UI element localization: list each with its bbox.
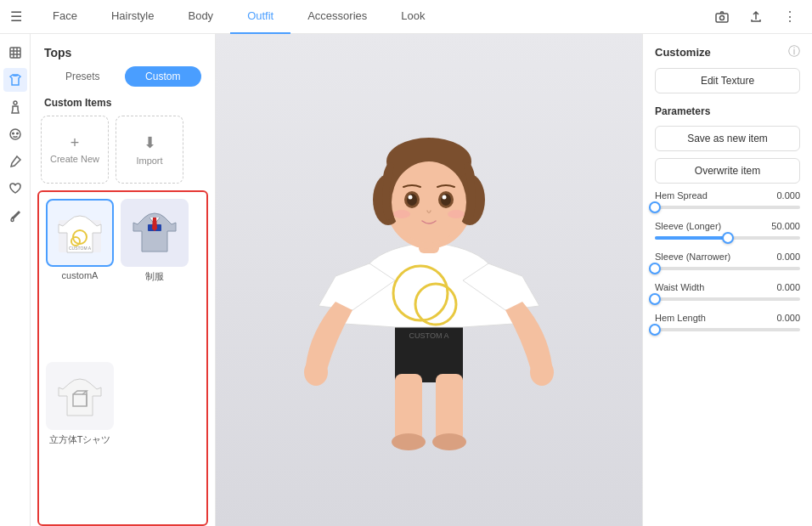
param-sleeve-narrower: Sleeve (Narrower) 0.000 — [655, 252, 800, 270]
tab-outfit[interactable]: Outfit — [230, 0, 290, 34]
param-hem-spread: Hem Spread 0.000 — [655, 190, 800, 209]
svg-text:CUSTOM A: CUSTOM A — [69, 246, 92, 251]
svg-point-39 — [304, 359, 328, 386]
svg-point-33 — [409, 195, 413, 199]
param-hem-spread-name: Hem Spread — [655, 190, 708, 201]
param-sleeve-longer: Sleeve (Longer) 50.000 — [655, 221, 800, 240]
param-waist-width-header: Waist Width 0.000 — [655, 282, 800, 292]
item-thumbnail-seifuku[interactable] — [121, 199, 189, 267]
tab-accessories[interactable]: Accessories — [290, 0, 384, 34]
toggle-row: Presets Custom — [31, 66, 215, 97]
parameters-label: Parameters — [655, 105, 800, 117]
param-hem-length-header: Hem Length 0.000 — [655, 313, 800, 323]
presets-toggle[interactable]: Presets — [44, 66, 121, 87]
item-thumbnail-cube-tshirt[interactable] — [46, 362, 114, 430]
character-svg: CUSTOM A — [285, 59, 573, 501]
item-cube-tshirt[interactable]: 立方体Tシャツ — [46, 362, 114, 518]
item-label-cube-tshirt: 立方体Tシャツ — [49, 433, 111, 446]
svg-point-42 — [432, 433, 466, 450]
item-customA[interactable]: CUSTOM A customA — [46, 199, 114, 355]
tab-look[interactable]: Look — [384, 0, 442, 34]
param-sleeve-longer-fill — [655, 236, 728, 240]
param-hem-spread-track[interactable] — [655, 206, 800, 209]
item-label-customA: customA — [62, 270, 99, 280]
param-hem-length-thumb[interactable] — [649, 324, 661, 336]
icon-bar-heart[interactable] — [3, 177, 27, 201]
left-panel: Tops Presets Custom Custom Items + Creat… — [31, 34, 216, 526]
character-area: CUSTOM A — [259, 42, 599, 518]
section-label: Custom Items — [31, 97, 215, 116]
icon-bar-brush[interactable] — [3, 150, 27, 173]
param-waist-width-name: Waist Width — [655, 282, 704, 292]
param-hem-spread-header: Hem Spread 0.000 — [655, 190, 800, 201]
create-import-row: + Create New ⬇ Import — [31, 116, 215, 190]
param-hem-spread-thumb[interactable] — [649, 201, 661, 213]
import-label: Import — [136, 156, 162, 166]
import-icon: ⬇ — [144, 133, 156, 152]
svg-point-40 — [530, 359, 554, 386]
svg-text:CUSTOM A: CUSTOM A — [409, 331, 449, 340]
custom-toggle[interactable]: Custom — [125, 66, 202, 87]
icon-bar-layers[interactable] — [3, 41, 27, 65]
param-sleeve-narrower-thumb[interactable] — [649, 263, 661, 274]
svg-point-37 — [393, 210, 410, 218]
overwrite-item-button[interactable]: Overwrite item — [655, 158, 800, 184]
param-sleeve-longer-name: Sleeve (Longer) — [655, 221, 721, 231]
svg-rect-0 — [716, 14, 728, 22]
main-layout: Tops Presets Custom Custom Items + Creat… — [0, 34, 812, 526]
svg-point-30 — [392, 161, 466, 243]
svg-rect-19 — [395, 374, 422, 442]
param-waist-width-value: 0.000 — [776, 282, 800, 292]
panel-title: Tops — [31, 34, 215, 66]
share-icon[interactable] — [744, 5, 768, 29]
param-hem-length: Hem Length 0.000 — [655, 313, 800, 331]
item-seifuku[interactable]: 制服 — [121, 199, 189, 355]
param-sleeve-longer-thumb[interactable] — [722, 232, 734, 244]
icon-bar-outfit[interactable] — [3, 68, 27, 92]
param-sleeve-narrower-header: Sleeve (Narrower) 0.000 — [655, 252, 800, 262]
param-waist-width: Waist Width 0.000 — [655, 282, 800, 301]
icon-bar-body[interactable] — [3, 95, 27, 119]
param-hem-spread-value: 0.000 — [776, 190, 800, 201]
param-hem-length-track[interactable] — [655, 328, 800, 331]
svg-point-9 — [12, 133, 14, 134]
svg-point-38 — [448, 210, 465, 218]
svg-point-10 — [16, 133, 18, 134]
param-hem-length-value: 0.000 — [776, 313, 800, 323]
param-sleeve-longer-value: 50.000 — [771, 221, 800, 231]
tab-face[interactable]: Face — [36, 0, 94, 34]
param-sleeve-longer-track[interactable] — [655, 236, 800, 240]
center-canvas: CUSTOM A — [216, 34, 642, 526]
param-sleeve-longer-header: Sleeve (Longer) 50.000 — [655, 221, 800, 231]
edit-texture-button[interactable]: Edit Texture — [655, 68, 800, 93]
param-waist-width-thumb[interactable] — [649, 293, 661, 305]
camera-icon[interactable] — [710, 5, 734, 29]
item-thumbnail-customA[interactable]: CUSTOM A — [46, 199, 114, 267]
top-nav: ☰ Face Hairstyle Body Outfit Accessories… — [0, 0, 812, 34]
param-sleeve-narrower-track[interactable] — [655, 267, 800, 270]
param-sleeve-narrower-name: Sleeve (Narrower) — [655, 252, 730, 262]
svg-point-36 — [443, 195, 447, 199]
custom-items-area: CUSTOM A customA 制服 — [37, 190, 208, 526]
import-button[interactable]: ⬇ Import — [116, 116, 183, 184]
icon-bar-face[interactable] — [3, 122, 27, 146]
create-new-button[interactable]: + Create New — [41, 116, 109, 184]
nav-icon-group: ⋮ — [710, 5, 802, 29]
right-panel: Customize ⓘ Edit Texture Parameters Save… — [642, 34, 812, 526]
param-waist-width-track[interactable] — [655, 297, 800, 301]
svg-point-32 — [407, 194, 417, 206]
item-label-seifuku: 制服 — [145, 270, 164, 283]
svg-point-8 — [10, 129, 20, 139]
nav-tabs: Face Hairstyle Body Outfit Accessories L… — [36, 0, 710, 34]
tab-hairstyle[interactable]: Hairstyle — [94, 0, 172, 34]
info-icon[interactable]: ⓘ — [788, 44, 800, 59]
param-hem-length-name: Hem Length — [655, 313, 706, 323]
right-panel-header: Customize ⓘ — [655, 44, 800, 59]
plus-icon: + — [70, 135, 80, 150]
save-new-item-button[interactable]: Save as new item — [655, 126, 800, 151]
tab-body[interactable]: Body — [171, 0, 230, 34]
menu-button[interactable]: ☰ — [10, 8, 22, 25]
more-icon[interactable]: ⋮ — [778, 5, 802, 29]
icon-bar-paint[interactable] — [3, 204, 27, 228]
param-sleeve-narrower-value: 0.000 — [776, 252, 800, 262]
